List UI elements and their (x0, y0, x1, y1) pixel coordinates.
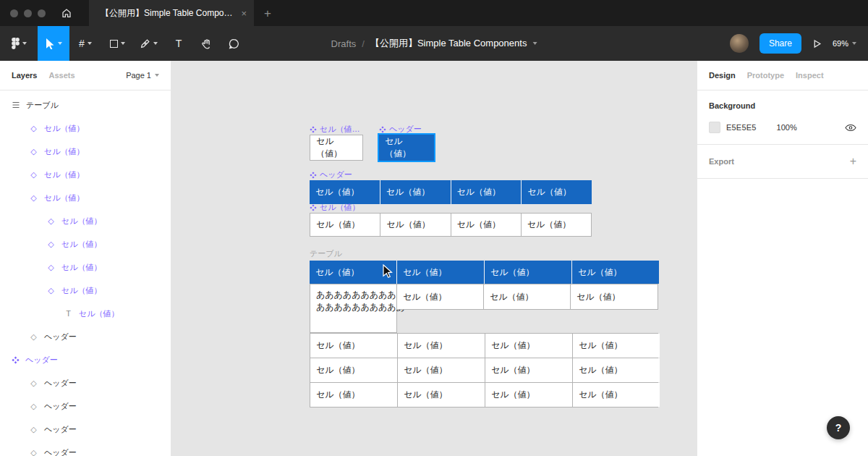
text-tool-button[interactable]: T (165, 26, 192, 61)
header-cell-selected[interactable]: セル（値） (379, 135, 434, 161)
header-cell[interactable]: セル（値） (310, 180, 380, 204)
layer-item-header-variant[interactable]: ◇ ヘッダー (0, 394, 171, 418)
header-cell[interactable]: セル（値） (522, 180, 592, 204)
table-row[interactable]: セル（値） セル（値） セル（値） セル（値） (310, 333, 658, 358)
cell-text: セル（値） (491, 389, 535, 401)
tab-layers[interactable]: Layers (12, 71, 37, 80)
avatar[interactable] (730, 34, 749, 53)
table-row[interactable]: セル（値） セル（値） セル（値） セル（値） (310, 358, 658, 383)
shape-tool-button[interactable] (101, 26, 133, 61)
window-control-dot[interactable] (38, 9, 46, 17)
table-cell[interactable]: セル（値） (310, 358, 397, 382)
table-cell[interactable]: セル（値） (310, 214, 380, 236)
header-cell[interactable]: セル（値） (397, 261, 484, 284)
tab-inspect[interactable]: Inspect (796, 71, 824, 80)
visibility-toggle[interactable] (845, 124, 856, 132)
layer-item-cell-instance[interactable]: ◇ セル（値） (0, 140, 171, 163)
new-tab-button[interactable]: + (264, 7, 271, 20)
table-cell[interactable]: セル（値） (310, 383, 397, 407)
frame-tool-button[interactable]: # (69, 26, 101, 61)
header-cell[interactable]: セル（値） (380, 180, 451, 204)
eye-icon (845, 124, 856, 132)
component-label[interactable]: セル（値） (310, 202, 360, 213)
file-tab[interactable]: 【公開用】Simple Table Components × (89, 0, 254, 26)
layer-item-table-frame[interactable]: テーブル (0, 93, 171, 117)
layer-item-header-variant[interactable]: ◇ ヘッダー (0, 441, 171, 456)
share-button[interactable]: Share (760, 33, 801, 54)
zoom-control[interactable]: 69% (833, 39, 856, 48)
layer-item-cell-instance[interactable]: ◇ セル（値） (0, 117, 171, 140)
table-cell[interactable]: セル（値） (396, 284, 484, 310)
window-control-dot[interactable] (10, 9, 18, 17)
table-cell[interactable]: セル（値） (485, 334, 572, 358)
layer-item-header-instance[interactable]: ◇ ヘッダー (0, 325, 171, 348)
cell-text: セル（値） (386, 219, 430, 231)
breadcrumb-drafts[interactable]: Drafts (331, 38, 357, 49)
move-tool-button[interactable] (38, 26, 69, 61)
comment-icon (229, 38, 239, 49)
hand-tool-icon (201, 38, 212, 49)
help-button[interactable]: ? (827, 416, 850, 439)
table-cell[interactable]: セル（値） (573, 358, 660, 382)
table-cell[interactable]: セル（値） (483, 284, 571, 310)
add-export-button[interactable]: + (850, 156, 856, 167)
home-button[interactable] (56, 4, 77, 22)
chevron-down-icon[interactable] (532, 42, 537, 45)
header-cell[interactable]: セル（値） (572, 261, 659, 284)
layer-label: セル（値） (61, 285, 102, 296)
component-label[interactable]: ヘッダー (379, 124, 422, 135)
layer-item-cell-instance[interactable]: ◇ セル（値） (0, 163, 171, 186)
table-cell[interactable]: セル（値） (573, 383, 660, 407)
table-cell[interactable]: セル（値） (398, 334, 485, 358)
cell-row[interactable]: セル（値） セル（値） セル（値） セル（値） (310, 213, 592, 237)
component-label[interactable]: ヘッダー (310, 169, 352, 180)
cell-text: セル（値） (579, 339, 623, 352)
table-cell[interactable]: セル（値） (573, 334, 660, 358)
table-row[interactable]: セル（値） セル（値） セル（値） セル（値） (310, 382, 658, 408)
window-control-dot[interactable] (24, 9, 32, 17)
layer-item-header-component-set[interactable]: ヘッダー (0, 348, 171, 371)
comment-tool-button[interactable] (220, 26, 247, 61)
page-selector[interactable]: Page 1 (126, 71, 159, 80)
pen-tool-button[interactable] (133, 26, 165, 61)
tab-assets[interactable]: Assets (48, 71, 75, 80)
layer-item-header-variant[interactable]: ◇ ヘッダー (0, 418, 171, 441)
table-cell[interactable]: セル（値） (310, 334, 397, 358)
hand-tool-button[interactable] (192, 26, 220, 61)
layer-item-cell-instance[interactable]: ◇ セル（値） (0, 186, 171, 209)
main-menu-button[interactable] (0, 26, 38, 61)
cell-text: セル（値） (386, 186, 430, 198)
present-icon[interactable] (812, 39, 822, 48)
background-opacity-value[interactable]: 100% (777, 123, 797, 132)
layer-item-cell-instance[interactable]: ◇ セル（値） (0, 209, 171, 232)
layer-item-text-layer[interactable]: T セル（値） (0, 302, 171, 325)
layer-item-cell-instance[interactable]: ◇ セル（値） (0, 256, 171, 279)
tab-prototype[interactable]: Prototype (747, 71, 784, 80)
table-cell[interactable]: セル（値） (522, 214, 591, 236)
frame-label[interactable]: テーブル (310, 248, 342, 259)
color-swatch[interactable] (709, 122, 720, 133)
table-header-row[interactable]: セル（値） セル（値） セル（値） セル（値） (310, 261, 658, 284)
header-cell[interactable]: セル（値） (451, 180, 522, 204)
long-text-cell[interactable]: ああああああああああ ああああああああああ (310, 284, 397, 333)
layer-item-cell-instance[interactable]: ◇ セル（値） (0, 279, 171, 302)
tab-design[interactable]: Design (709, 71, 736, 80)
table-cell[interactable]: セル（値） (485, 358, 572, 382)
window-controls[interactable] (0, 9, 56, 17)
table-cell[interactable]: セル（値） (451, 214, 521, 236)
table-cell[interactable]: セル（値） (398, 383, 485, 407)
close-tab-icon[interactable]: × (241, 9, 247, 18)
component-label[interactable]: セル（値… (310, 124, 360, 135)
canvas[interactable]: セル（値… セル（値） ヘッダー セル（値） ヘッダー セル（値） セル（値） … (171, 61, 697, 456)
header-cell[interactable]: セル（値） (485, 261, 571, 284)
breadcrumb-file-title[interactable]: 【公開用】Simple Table Components (370, 37, 527, 50)
header-row[interactable]: セル（値） セル（値） セル（値） セル（値） (310, 180, 592, 204)
background-hex-value[interactable]: E5E5E5 (726, 123, 757, 132)
table-cell[interactable]: セル（値） (398, 358, 485, 382)
layer-item-cell-instance[interactable]: ◇ セル（値） (0, 232, 171, 256)
table-cell[interactable]: セル（値） (310, 135, 363, 161)
table-cell[interactable]: セル（値） (380, 214, 450, 236)
layer-item-header-variant[interactable]: ◇ ヘッダー (0, 371, 171, 394)
table-cell[interactable]: セル（値） (485, 383, 572, 407)
table-cell[interactable]: セル（値） (570, 284, 658, 310)
